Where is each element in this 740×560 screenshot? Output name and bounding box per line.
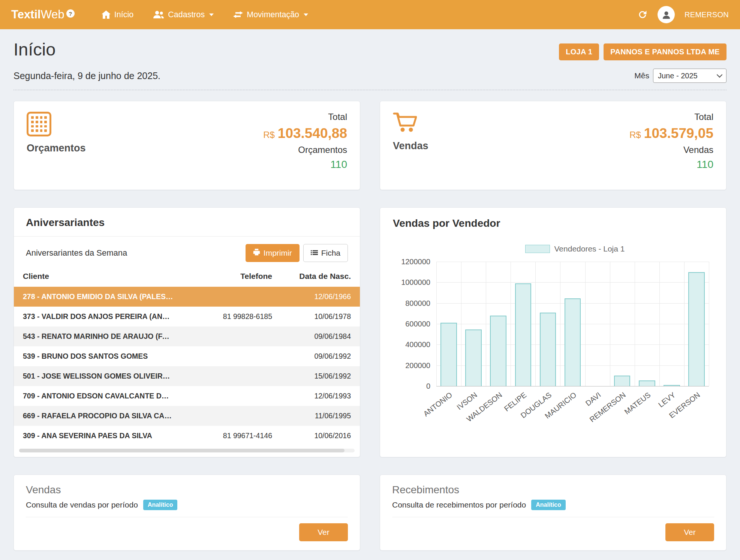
gridline-vertical [461,262,461,386]
nav-label: Movimentação [247,10,299,19]
report-desc: Consulta de recebimentos por período Ana… [392,500,714,510]
cell-client: 543 - RENATO MARINHO DE ARAUJO (FAZE… [23,332,178,341]
month-label: Mês [634,71,649,80]
table-row[interactable]: 709 - ANTONIO EDSON CAVALCANTE DANTAS12/… [14,386,360,406]
aniversariantes-actions: Imprimir Ficha [246,244,348,262]
cell-client: 669 - RAFAELA PROCOPIO DA SILVA CARVA… [23,412,178,420]
horizontal-scrollbar[interactable] [19,449,355,452]
month-select[interactable]: June - 2025 [653,69,727,83]
count-label: Orçamentos [298,145,347,155]
head-buttons: LOJA 1 PANNOS E PANNOS LTDA ME [559,43,727,60]
current-date: Segunda-feira, 9 de junho de 2025. [13,70,160,81]
calculator-icon [27,112,51,136]
page-title: Início [13,39,55,60]
gridline-horizontal [436,262,709,262]
vendas-report-card: Vendas Consulta de vendas por período An… [13,475,360,551]
cell-client: 278 - ANTONIO EMIDIO DA SILVA (PALESTI… [23,292,178,301]
cell-birth: 09/06/1984 [272,332,351,341]
table-row[interactable]: 539 - BRUNO DOS SANTOS GOMES09/06/1992 [14,346,360,366]
orcamentos-card: Orçamentos Total R$ 103.540,88 Orçamento… [13,101,360,190]
ver-recebimentos-button[interactable]: Ver [665,523,714,541]
table-row[interactable]: 309 - ANA SEVERINA PAES DA SILVA81 99671… [14,426,360,446]
cell-birth: 09/06/1992 [272,352,351,361]
report-desc-text: Consulta de recebimentos por período [392,500,526,509]
table-row[interactable]: 501 - JOSE WELISSON GOMES OLIVEIRA (E…15… [14,366,360,386]
aniversariantes-card: Aniversariantes Aniversariantes da Seman… [13,207,360,457]
total-amount: R$ 103.579,05 [629,126,713,141]
page: TextilWeb ? Início Cadastros [0,0,740,560]
bar-ivson [465,329,482,386]
imprimir-button[interactable]: Imprimir [246,244,300,262]
x-axis-label: ANTONIO [422,391,454,418]
nav-item-cadastros[interactable]: Cadastros [143,0,223,29]
aniversariantes-title: Aniversariantes [14,208,360,237]
nav-item-inicio[interactable]: Início [92,0,143,29]
currency: R$ [263,130,275,140]
chart-legend[interactable]: Vendedores - Loja 1 [436,244,713,253]
report-desc: Consulta de vendas por período Analítico [26,500,348,510]
nav-item-movimentacao[interactable]: Movimentação [223,0,318,29]
chevron-down-icon [209,13,214,16]
gridline-vertical [659,262,660,386]
nav-label: Início [114,10,133,19]
table-row[interactable]: 278 - ANTONIO EMIDIO DA SILVA (PALESTI…1… [14,287,360,307]
col-cliente: Cliente [23,272,178,281]
cell-client: 709 - ANTONIO EDSON CAVALCANTE DANTAS [23,392,178,400]
cell-birth: 10/06/1978 [272,312,351,321]
store-button[interactable]: LOJA 1 [559,43,599,60]
username[interactable]: REMERSON [685,10,729,19]
ficha-button[interactable]: Ficha [303,244,348,262]
col-telefone: Telefone [178,272,272,281]
table-row[interactable]: 543 - RENATO MARINHO DE ARAUJO (FAZE…09/… [14,326,360,346]
total-label: Total [694,112,713,122]
bar-mauricio [565,298,581,386]
table-row[interactable]: 669 - RAFAELA PROCOPIO DA SILVA CARVA…11… [14,406,360,426]
cart-icon [393,112,428,134]
cell-client: 539 - BRUNO DOS SANTOS GOMES [23,352,178,361]
month-picker: Mês June - 2025 [634,69,727,83]
y-axis-label: 600000 [405,320,430,328]
report-title: Vendas [26,484,348,496]
help-icon[interactable]: ? [66,9,75,18]
users-icon [153,10,164,19]
printer-icon [253,249,260,258]
cell-birth: 10/06/2016 [272,431,351,440]
cell-birth: 11/06/1995 [272,412,351,420]
brand-textil: Textil [11,8,41,21]
bar-antonio [440,323,457,386]
vendas-card-left: Vendas [393,112,428,179]
total-amount: R$ 103.540,88 [263,126,347,141]
y-axis-label: 0 [426,382,430,391]
page-head: Início LOJA 1 PANNOS E PANNOS LTDA ME [13,39,727,60]
analitico-badge: Analítico [531,500,566,510]
table-row[interactable]: 373 - VALDIR DOS ANJOS PEREIRA (ANGELA)8… [14,307,360,326]
brand-web: Web [41,8,64,21]
refresh-icon[interactable] [637,9,648,20]
chevron-down-icon [304,13,308,16]
report-title: Recebimentos [392,484,714,496]
cell-phone: 81 99671-4146 [178,431,272,440]
ver-vendas-button[interactable]: Ver [299,523,348,541]
avatar[interactable] [658,6,675,23]
total-label: Total [328,112,347,122]
y-axis-label: 1000000 [401,278,430,287]
bar-douglas [540,313,556,386]
card-title: Vendas [393,140,428,152]
gridline-vertical [635,262,635,386]
chart-x-labels: ANTONIOIVSONWALDESONFELIPEDOUGLASMAURICI… [436,386,709,421]
bar-felipe [515,283,532,386]
dotted-divider [13,90,727,90]
main-content: Início LOJA 1 PANNOS E PANNOS LTDA ME Se… [0,39,740,560]
cell-phone: 81 99828-6185 [178,312,272,321]
company-button[interactable]: PANNOS E PANNOS LTDA ME [604,43,727,60]
y-axis-label: 1200000 [401,258,430,266]
brand-logo[interactable]: TextilWeb ? [11,8,75,21]
date-row: Segunda-feira, 9 de junho de 2025. Mês J… [13,69,727,83]
count-label: Vendas [683,145,713,155]
orcamentos-card-right: Total R$ 103.540,88 Orçamentos 110 [263,112,347,179]
y-axis-label: 400000 [405,340,430,349]
scrollbar-thumb[interactable] [19,449,345,452]
report-divider [26,517,348,517]
gridline-vertical [585,262,586,386]
nav-label: Cadastros [168,10,205,19]
